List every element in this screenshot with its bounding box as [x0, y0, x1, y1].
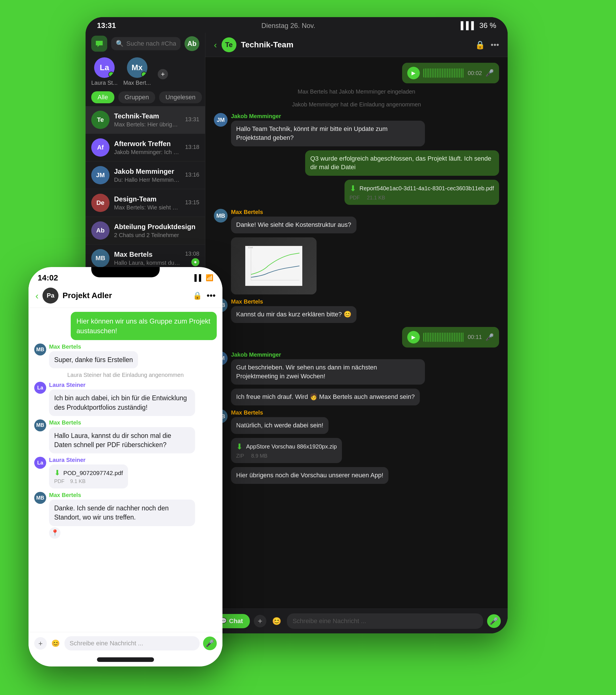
msg-sender-jakob: Jakob Memminger — [231, 113, 425, 120]
chat-avatar-design: De — [91, 194, 109, 212]
phone-msg-row-max-1: MB Max Bertels Super, danke fürs Erstell… — [34, 343, 217, 368]
chat-avatar-afterwork: Af — [91, 138, 109, 157]
back-button[interactable]: ‹ — [214, 40, 217, 50]
more-options-icon[interactable]: ••• — [491, 40, 499, 49]
chat-item-abteilung[interactable]: Ab Abteilung Produktdesign 2 Chats und 2… — [86, 217, 205, 244]
tablet-battery: 36 % — [479, 21, 496, 30]
svg-rect-0 — [245, 246, 302, 286]
phone-file-meta: PDF 9.1 KB — [54, 478, 123, 485]
msg-file-zip: ⬇ AppStore Vorschau 886x1920px.zip ZIP 8… — [231, 438, 342, 463]
chat-preview-afterwork: Jakob Memminger: Ich kann Freitag ... — [114, 149, 181, 155]
phone-reaction: 📍 — [49, 527, 61, 539]
search-bar[interactable]: 🔍 — [111, 37, 181, 50]
chat-info-technik: Technik-Team Max Bertels: Hier übrigens … — [114, 112, 181, 128]
filter-all[interactable]: Alle — [91, 91, 114, 103]
phone-back-btn[interactable]: ‹ — [35, 290, 38, 301]
phone-home-bar — [97, 657, 154, 662]
phone-input-bar: + 😊 Schreibe eine Nachricht ... 🎤 — [29, 632, 222, 655]
msg-sender-max: Max Bertels — [231, 209, 357, 216]
zip-file-meta: ZIP 8.9 MB — [236, 453, 337, 459]
chat-header-avatar: Te — [222, 37, 236, 52]
phone-avatar-max-3: MB — [34, 492, 46, 504]
msg-bubble-jakob-2: Gut beschrieben. Wir sehen uns dann im n… — [231, 359, 425, 385]
chat-info-jakob: Jakob Memminger Du: Hallo Herr Memminger… — [114, 168, 181, 183]
phone-header: ‹ Pa Projekt Adler 🔒 ••• — [29, 285, 222, 308]
msg-content-jakob-2: Jakob Memminger Gut beschrieben. Wir seh… — [231, 352, 425, 385]
phone-plus-btn[interactable]: + — [34, 637, 47, 650]
phone-time: 14:02 — [38, 273, 58, 283]
chat-time-jakob: 13:16 — [185, 171, 199, 178]
msg-avatar-jakob: JM — [214, 113, 227, 127]
phone-msg-content-max-2: Max Bertels Hallo Laura, kannst du dir s… — [49, 419, 195, 453]
phone-msg-content-max-1: Max Bertels Super, danke fürs Erstellen — [49, 343, 138, 368]
phone-header-icons: 🔒 ••• — [193, 291, 216, 301]
filter-groups[interactable]: Gruppen — [118, 91, 155, 103]
file-download-icon: ⬇ — [349, 184, 356, 193]
phone-bubble-max-3: Danke. Ich sende dir nachher noch den St… — [49, 499, 195, 526]
msg-content-audio: ▶ 00:02 🎤 — [402, 63, 499, 83]
chat-header: ‹ Te Technik-Team 🔒 ••• — [205, 33, 508, 57]
chat-item-jakob[interactable]: JM Jakob Memminger Du: Hallo Herr Memmin… — [86, 162, 205, 189]
chat-item-technik[interactable]: Te Technik-Team Max Bertels: Hier übrige… — [86, 106, 205, 134]
system-msg-2: Jakob Memminger hat die Einladung angeno… — [214, 100, 499, 109]
chat-name-design: Design-Team — [114, 195, 181, 203]
chat-info-max: Max Bertels Hallo Laura, kommst du Diens… — [114, 251, 181, 266]
avatar-item-max[interactable]: Mx Max Bert... — [123, 57, 151, 86]
avatar-item-laura[interactable]: La Laura St... — [91, 57, 118, 86]
chat-item-design[interactable]: De Design-Team Max Bertels: Wie sieht Ve… — [86, 189, 205, 217]
chat-avatar-abteilung: Ab — [91, 221, 109, 240]
chat-meta-jakob: 13:16 — [185, 171, 199, 179]
audio-play-btn-2[interactable]: ▶ — [407, 331, 420, 343]
msg-row-zip: MB ⬇ AppStore Vorschau 886x1920px.zip ZI… — [214, 438, 499, 463]
zip-download-icon: ⬇ — [236, 442, 243, 451]
user-avatar: Ab — [185, 36, 199, 51]
msg-image-chart: Cost — [231, 237, 316, 294]
file-name-1: Report540e1ac0-3d11-4a1c-8301-cec3603b11… — [360, 185, 494, 192]
msg-content-chart: Cost — [231, 237, 316, 294]
audio-time-2: 00:11 — [468, 334, 482, 340]
avatar-row: La Laura St... Mx Max Bert... + — [86, 54, 205, 89]
avatar-max-label: Max Bert... — [123, 80, 151, 86]
search-icon: 🔍 — [116, 40, 123, 47]
input-plus-btn[interactable]: + — [254, 615, 267, 627]
add-contact-button[interactable]: + — [158, 69, 168, 79]
phone-emoji-icon[interactable]: 😊 — [51, 639, 60, 647]
msg-row-audio-2: ▶ 00:11 🎤 — [214, 327, 499, 348]
filter-unread[interactable]: Ungelesen — [159, 91, 202, 103]
phone-msg-row-laura-file: La Laura Steiner ⬇ POD_9072097742.pdf PD… — [34, 457, 217, 489]
tablet-status-right: ▌▌▌ 36 % — [461, 21, 496, 30]
phone-file-size: 9.1 KB — [70, 478, 86, 484]
phone-mic-btn[interactable]: 🎤 — [203, 637, 217, 650]
mic-button[interactable]: 🎤 — [487, 614, 501, 628]
chat-avatar-max: MB — [91, 249, 109, 267]
phone-text-input[interactable]: Schreibe eine Nachricht ... — [65, 636, 200, 650]
phone-lock-icon: 🔒 — [193, 291, 202, 300]
audio-time: 00:02 — [468, 70, 482, 77]
phone-more-icon[interactable]: ••• — [206, 291, 216, 301]
phone-wifi-icon: 📶 — [206, 274, 213, 282]
avatar-laura-label: Laura St... — [91, 80, 118, 86]
msg-content-max-2: Max Bertels Kannst du mir das kurz erklä… — [231, 299, 357, 323]
msg-row-jakob-3: JM Ich freue mich drauf. Wird 🧑 Max Bert… — [214, 389, 499, 405]
phone-msg-content-laura-1: Laura Steiner Ich bin auch dabei, ich bi… — [49, 382, 195, 416]
emoji-icon[interactable]: 😊 — [272, 617, 281, 626]
msg-bubble-max-1: Danke! Wie sieht die Kostenstruktur aus? — [231, 217, 357, 233]
chat-header-icons: 🔒 ••• — [475, 40, 499, 50]
msg-row-audio-top: ▶ 00:02 🎤 — [214, 63, 499, 83]
chat-app-icon[interactable] — [91, 36, 107, 52]
chat-text-input[interactable]: Schreibe eine Nachricht ... — [287, 613, 483, 629]
msg-bubble-max-3: Natürlich, ich werde dabei sein! — [231, 417, 328, 434]
tablet-status-bar: 13:31 Dienstag 26. Nov. ▌▌▌ 36 % — [86, 17, 508, 33]
audio-waveform — [423, 68, 464, 78]
phone-bubble-max-1: Super, danke fürs Erstellen — [49, 351, 138, 368]
phone-bubble-laura-1: Ich bin auch dabei, ich bin für die Entw… — [49, 389, 195, 416]
chat-avatar-jakob: JM — [91, 166, 109, 184]
tablet-chat-panel: ‹ Te Technik-Team 🔒 ••• ▶ — [205, 33, 508, 633]
chat-item-afterwork[interactable]: Af Afterwork Treffen Jakob Memminger: Ic… — [86, 134, 205, 162]
audio-play-btn[interactable]: ▶ — [407, 67, 420, 79]
msg-content-jakob-1: Jakob Memminger Hallo Team Technik, könn… — [231, 113, 425, 146]
chat-preview-technik: Max Bertels: Hier übrigens noch die... — [114, 121, 181, 128]
search-input[interactable] — [126, 40, 176, 47]
phone-sender-laura-1: Laura Steiner — [49, 382, 195, 388]
chat-avatar-technik: Te — [91, 111, 109, 129]
